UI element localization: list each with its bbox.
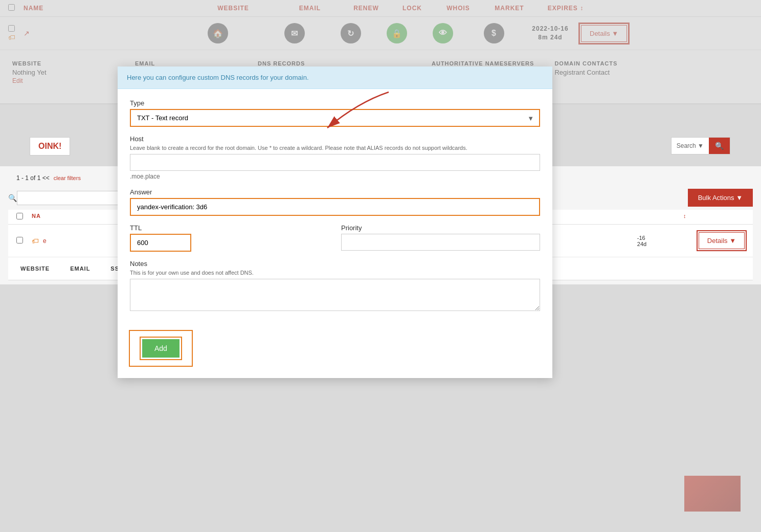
- search-bar: Search ▼ 🔍: [671, 137, 730, 154]
- bottom-website-section: WEBSITE: [20, 265, 50, 272]
- info-banner: Here you can configure custom DNS record…: [118, 66, 552, 89]
- host-hint: Leave blank to create a record for the r…: [130, 145, 540, 151]
- ttl-input[interactable]: [130, 234, 191, 252]
- search-icon-small: 🔍: [8, 194, 17, 202]
- oink-banner: OINK!: [30, 137, 70, 156]
- type-label: Type: [130, 99, 540, 107]
- second-domain-name: e: [43, 237, 47, 245]
- host-input[interactable]: [130, 154, 540, 171]
- second-details-button[interactable]: Details ▼: [699, 232, 745, 249]
- notes-textarea[interactable]: [130, 279, 540, 311]
- dns-modal: Here you can configure custom DNS record…: [118, 66, 552, 378]
- notes-field: Notes This is for your own use and does …: [130, 260, 540, 313]
- type-field: Type A - Address record AAAA - IPv6 reco…: [130, 99, 540, 127]
- ttl-field: TTL: [130, 224, 329, 252]
- second-expires-date: -16: [637, 235, 645, 241]
- search-dropdown-label[interactable]: Search ▼: [672, 138, 709, 153]
- pagination-text: 1 - 1 of 1 <<: [16, 174, 50, 182]
- answer-input[interactable]: [130, 198, 540, 216]
- add-button-wrapper: Add: [130, 331, 192, 366]
- priority-label: Priority: [341, 224, 540, 232]
- bottom-website-label: WEBSITE: [20, 265, 50, 272]
- second-select-all[interactable]: [16, 213, 23, 219]
- host-label: Host: [130, 135, 540, 143]
- ttl-label: TTL: [130, 224, 329, 232]
- bottom-email-label: EMAIL: [70, 265, 90, 272]
- clear-filters-link[interactable]: clear filters: [54, 175, 81, 181]
- info-text: Here you can configure custom DNS record…: [127, 74, 309, 81]
- answer-field: Answer: [130, 188, 540, 216]
- type-select-wrapper: A - Address record AAAA - IPv6 record CN…: [130, 109, 540, 127]
- oink-text: OINK!: [38, 142, 61, 150]
- add-button[interactable]: Add: [142, 339, 180, 358]
- second-details-btn-cell: Details ▼: [699, 232, 745, 249]
- bulk-actions-button[interactable]: Bulk Actions ▼: [688, 189, 753, 207]
- domain-suffix: .moe.place: [130, 173, 540, 180]
- host-field: Host Leave blank to create a record for …: [130, 135, 540, 180]
- second-tag-icon: 🏷: [32, 237, 39, 245]
- priority-field: Priority: [341, 224, 540, 252]
- notes-hint: This is for your own use and does not af…: [130, 270, 540, 276]
- notes-label: Notes: [130, 260, 540, 268]
- answer-label: Answer: [130, 188, 540, 196]
- second-expires-cell: -16 24d: [637, 235, 699, 247]
- ttl-priority-row: TTL Priority: [130, 224, 540, 260]
- second-domain-checkbox[interactable]: [16, 237, 23, 243]
- filter-input[interactable]: [17, 191, 119, 205]
- dns-form: Type A - Address record AAAA - IPv6 reco…: [118, 89, 552, 331]
- bottom-email-section: EMAIL: [70, 265, 90, 272]
- second-expires-days: 24d: [637, 241, 646, 247]
- search-button[interactable]: 🔍: [709, 138, 730, 154]
- priority-input[interactable]: [341, 234, 540, 251]
- second-col-expires: ↕: [683, 213, 745, 221]
- watermark-image: [684, 476, 741, 512]
- type-select[interactable]: A - Address record AAAA - IPv6 record CN…: [130, 109, 540, 127]
- watermark: [684, 476, 741, 512]
